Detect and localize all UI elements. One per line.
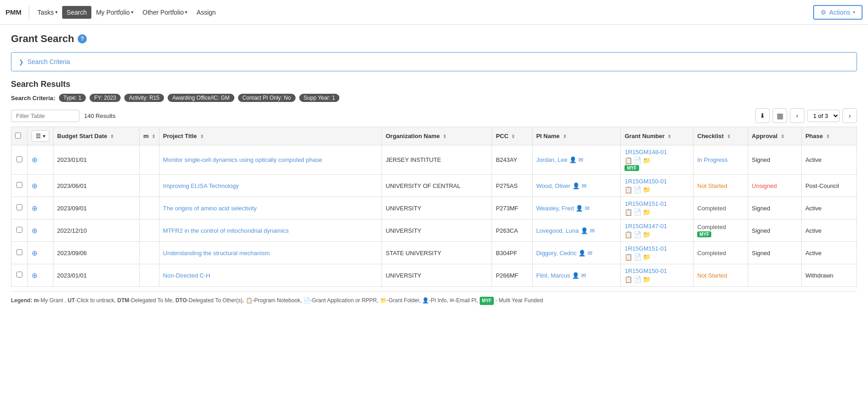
- pi-info-icon[interactable]: 👤: [569, 156, 577, 163]
- tag-awarding-office: Awarding Office/IC: GM: [168, 94, 234, 102]
- pi-info-icon[interactable]: 👤: [572, 272, 579, 279]
- col-m[interactable]: m ⇕: [139, 127, 159, 145]
- pi-name-link[interactable]: Jordan, Lee: [536, 156, 568, 163]
- column-menu-button[interactable]: ☰ ▾: [32, 130, 49, 142]
- expand-row-icon[interactable]: ⊕: [32, 156, 37, 164]
- pi-name-link[interactable]: Wood, Oliver: [536, 182, 571, 189]
- folder-icon[interactable]: 📁: [643, 231, 651, 238]
- grant-number-link[interactable]: 1R15GM150-01: [625, 267, 667, 274]
- row-checkbox[interactable]: [16, 182, 22, 188]
- col-phase[interactable]: Phase ⇕: [801, 127, 857, 145]
- grid-view-button[interactable]: ▦: [773, 108, 787, 123]
- pi-name-row: Diggory, Cedric 👤 ✉: [536, 250, 617, 257]
- expand-row-icon[interactable]: ⊕: [32, 249, 37, 257]
- filter-input[interactable]: [11, 110, 79, 122]
- nav-item-assign[interactable]: Assign: [192, 6, 220, 19]
- page-title: Grant Search: [11, 33, 74, 45]
- project-title-link[interactable]: Improving ELISA Technology: [163, 182, 239, 189]
- folder-icon[interactable]: 📁: [643, 209, 651, 216]
- project-title-link[interactable]: Non-Directed C-H: [163, 272, 210, 279]
- next-page-button[interactable]: ›: [842, 108, 857, 123]
- col-pi-name[interactable]: PI Name ⇕: [532, 127, 621, 145]
- row-checkbox[interactable]: [16, 272, 22, 278]
- nav-item-my-portfolio[interactable]: My Portfolio ▾: [91, 6, 138, 19]
- sort-icon-budget: ⇕: [110, 134, 114, 139]
- nav-item-tasks[interactable]: Tasks ▾: [33, 6, 62, 19]
- search-label: Search: [67, 9, 87, 16]
- cell-pi-name: Flint, Marcus 👤 ✉: [532, 264, 621, 287]
- notebook-icon[interactable]: 📋: [625, 231, 632, 238]
- grant-number-link[interactable]: 1R15GM147-01: [625, 223, 667, 230]
- pi-info-icon[interactable]: 👤: [581, 227, 588, 234]
- col-pcc[interactable]: PCC ⇕: [492, 127, 532, 145]
- expand-row-icon[interactable]: ⊕: [32, 204, 37, 212]
- cell-budget-start: 2022/12/10: [53, 219, 140, 242]
- pdf-icon[interactable]: 📄: [634, 157, 641, 164]
- cell-budget-start: 2023/01/01: [53, 264, 140, 287]
- nav-item-other-portfolio[interactable]: Other Portfolio ▾: [138, 6, 192, 19]
- pi-name-row: Weasley, Fred 👤 ✉: [536, 205, 617, 212]
- grant-number-link[interactable]: 1R15GM151-01: [625, 200, 667, 207]
- pdf-icon[interactable]: 📄: [634, 276, 641, 283]
- cell-budget-start: 2023/06/01: [53, 175, 140, 197]
- email-pi-icon[interactable]: ✉: [585, 205, 590, 212]
- col-org-name[interactable]: Organization Name ⇕: [382, 127, 492, 145]
- email-pi-icon[interactable]: ✉: [582, 182, 587, 189]
- pi-name-link[interactable]: Weasley, Fred: [536, 205, 574, 212]
- pi-info-icon[interactable]: 👤: [572, 182, 580, 189]
- col-budget-start[interactable]: Budget Start Date ⇕: [53, 127, 140, 145]
- folder-icon[interactable]: 📁: [643, 157, 651, 164]
- folder-icon[interactable]: 📁: [643, 186, 651, 193]
- row-checkbox[interactable]: [16, 156, 22, 162]
- actions-button[interactable]: ⚙ Actions ▾: [813, 5, 863, 20]
- cell-org-name: UNIVERSITY: [382, 264, 492, 287]
- project-title-link[interactable]: The origins of amino acid selectivity: [163, 205, 257, 212]
- email-pi-icon[interactable]: ✉: [578, 156, 583, 163]
- pdf-icon[interactable]: 📄: [634, 209, 641, 216]
- download-button[interactable]: ⬇: [755, 108, 770, 123]
- project-title-link[interactable]: MTFR2 in the control of mitochondrial dy…: [163, 227, 289, 234]
- grant-icons: 📋 📄 📁: [625, 231, 689, 238]
- col-grant-number[interactable]: Grant Number ⇕: [621, 127, 693, 145]
- pi-name-link[interactable]: Diggory, Cedric: [536, 250, 577, 257]
- expand-row-icon[interactable]: ⊕: [32, 272, 37, 279]
- expand-row-icon[interactable]: ⊕: [32, 227, 37, 235]
- notebook-icon[interactable]: 📋: [625, 209, 632, 216]
- notebook-icon[interactable]: 📋: [625, 186, 632, 193]
- notebook-icon[interactable]: 📋: [625, 276, 632, 283]
- expand-row-icon[interactable]: ⊕: [32, 182, 37, 190]
- notebook-icon[interactable]: 📋: [625, 157, 632, 164]
- select-all-checkbox[interactable]: [15, 133, 21, 139]
- col-checklist[interactable]: Checklist ⇕: [693, 127, 748, 145]
- grant-number-link[interactable]: 1R15GM148-01: [625, 149, 667, 155]
- pdf-icon[interactable]: 📄: [634, 231, 641, 238]
- page-select[interactable]: 1 of 3 2 of 3 3 of 3: [807, 110, 840, 122]
- folder-icon[interactable]: 📁: [643, 253, 651, 261]
- grant-number-link[interactable]: 1R15GM151-01: [625, 245, 667, 252]
- search-criteria-box[interactable]: ❯ Search Criteria: [11, 52, 857, 71]
- email-pi-icon[interactable]: ✉: [581, 272, 586, 279]
- pi-info-icon[interactable]: 👤: [578, 250, 586, 257]
- email-pi-icon[interactable]: ✉: [590, 227, 595, 234]
- col-approval[interactable]: Approval ⇕: [748, 127, 801, 145]
- folder-icon[interactable]: 📁: [643, 276, 651, 283]
- pi-name-link[interactable]: Lovegood, Luna: [536, 227, 579, 234]
- email-pi-icon[interactable]: ✉: [587, 250, 593, 257]
- project-title-link[interactable]: Monitor single-cell dynamics using optic…: [163, 156, 322, 163]
- project-title-link[interactable]: Understanding the structural mechanism: [163, 250, 270, 257]
- col-project-title[interactable]: Project Title ⇕: [159, 127, 381, 145]
- help-icon[interactable]: ?: [78, 34, 87, 43]
- pi-info-icon[interactable]: 👤: [576, 205, 583, 212]
- nav-item-search[interactable]: Search: [62, 6, 91, 19]
- pdf-icon[interactable]: 📄: [634, 253, 641, 261]
- pdf-icon[interactable]: 📄: [634, 186, 641, 193]
- row-checkbox[interactable]: [16, 249, 22, 255]
- table-row: ⊕ 2023/09/01 The origins of amino acid s…: [11, 197, 857, 219]
- row-checkbox[interactable]: [16, 227, 22, 233]
- row-checkbox[interactable]: [16, 204, 22, 210]
- legend-dtm: DTM-Delegated To Me,: [117, 297, 174, 304]
- grant-number-link[interactable]: 1R15GM150-01: [625, 178, 667, 185]
- prev-page-button[interactable]: ‹: [790, 108, 804, 123]
- pi-name-link[interactable]: Flint, Marcus: [536, 272, 570, 279]
- notebook-icon[interactable]: 📋: [625, 253, 632, 261]
